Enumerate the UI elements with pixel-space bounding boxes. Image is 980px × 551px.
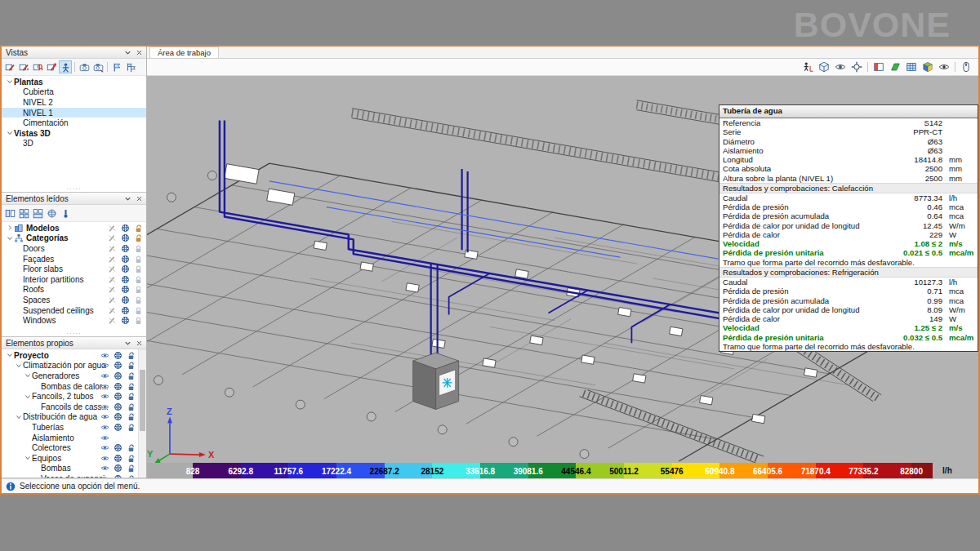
lock-open-navy-icon[interactable] [126, 412, 136, 422]
tree-row[interactable]: Floor slabs [2, 264, 146, 274]
tree-row[interactable]: Aislamiento [2, 433, 146, 443]
view-3d-icon[interactable] [59, 60, 72, 73]
tree-row[interactable]: Vistas 3D [2, 128, 146, 139]
chevron-down-icon[interactable] [122, 47, 133, 58]
lock-open-navy-icon[interactable] [126, 453, 136, 463]
lock-open-navy-icon[interactable] [126, 422, 136, 432]
camera-icon[interactable] [78, 60, 91, 73]
lock-open-navy-icon[interactable] [126, 473, 136, 478]
chevron-right-icon[interactable] [5, 224, 14, 233]
tree-row[interactable]: Spaces [2, 295, 146, 305]
gear-icon[interactable] [120, 264, 130, 274]
gear-icon[interactable] [113, 381, 122, 391]
no-edit-icon[interactable] [107, 233, 117, 243]
lock-light-icon[interactable] [133, 295, 143, 304]
sphere-icon[interactable] [45, 207, 58, 220]
no-edit-icon[interactable] [107, 316, 117, 326]
lock-light-icon[interactable] [133, 264, 143, 274]
tree-row[interactable]: Proyecto [2, 350, 146, 361]
lock-open-navy-icon[interactable] [126, 371, 136, 380]
close-icon[interactable] [133, 47, 145, 58]
lock-light-icon[interactable] [133, 243, 143, 253]
no-edit-icon[interactable] [107, 305, 117, 315]
gear-icon[interactable] [113, 443, 122, 453]
gear-icon[interactable] [113, 361, 122, 371]
panel-splitter[interactable]: ····· [66, 331, 81, 336]
lock-light-icon[interactable] [133, 274, 143, 284]
eye-icon[interactable] [100, 464, 109, 473]
tree-row[interactable]: Bombas [2, 464, 146, 474]
split-grid-icon[interactable] [17, 207, 30, 220]
viewport-3d[interactable]: Z X Y Tubería de agua ReferenciaS142Seri… [147, 76, 978, 463]
tree-row[interactable]: Cimentación [2, 118, 146, 128]
iso-cube-icon[interactable] [817, 60, 831, 74]
no-edit-icon[interactable] [107, 243, 117, 253]
lock-light-icon[interactable] [133, 254, 143, 264]
thermometer-icon[interactable] [59, 207, 72, 220]
chevron-down-icon[interactable] [14, 412, 23, 421]
lock-light-icon[interactable] [133, 285, 143, 295]
export-view-icon[interactable] [110, 60, 123, 73]
gear-icon[interactable] [120, 254, 130, 264]
lock-open-navy-icon[interactable] [126, 361, 136, 371]
chevron-down-icon[interactable] [23, 392, 32, 401]
gear-icon[interactable] [113, 473, 122, 478]
merge-grid-icon[interactable] [31, 207, 44, 220]
tree-row[interactable]: NIVEL 2 [2, 97, 146, 108]
eye-icon[interactable] [100, 392, 109, 402]
close-icon[interactable] [133, 193, 145, 204]
tree-row[interactable]: Fancoils, 2 tubos [2, 391, 146, 402]
panel-splitter[interactable]: ····· [66, 187, 81, 192]
gear-icon[interactable] [120, 233, 130, 243]
gear-icon[interactable] [113, 412, 122, 422]
edit-view-search-icon[interactable] [31, 60, 44, 73]
export-views-icon[interactable] [124, 60, 137, 73]
tree-row[interactable]: Categorías [2, 233, 146, 244]
tree-row[interactable]: Modelos [2, 223, 146, 233]
mouse-icon[interactable] [959, 60, 973, 74]
lock-open-navy-icon[interactable] [126, 350, 136, 360]
split-rows-icon[interactable] [3, 207, 16, 220]
section-plane-icon[interactable] [871, 60, 886, 74]
chevron-down-icon[interactable] [122, 338, 133, 349]
tree-row[interactable]: Colectores [2, 442, 146, 453]
work-plane-icon[interactable] [888, 60, 902, 74]
tree-row[interactable]: Cubierta [2, 87, 146, 98]
tree-row[interactable]: 3D [2, 139, 146, 149]
color-cube-icon[interactable] [920, 60, 935, 74]
eye-icon[interactable] [100, 412, 109, 422]
edit-view-icon[interactable] [3, 60, 16, 73]
lock-open-navy-icon[interactable] [126, 392, 136, 402]
gear-icon[interactable] [113, 422, 122, 432]
tree-row[interactable]: Equipos [2, 453, 146, 464]
chevron-down-icon[interactable] [23, 454, 32, 463]
gear-icon[interactable] [120, 274, 130, 284]
tab-area-de-trabajo[interactable]: Área de trabajo [149, 47, 219, 58]
eye-icon[interactable] [100, 350, 109, 360]
no-edit-icon[interactable] [107, 223, 117, 233]
chevron-down-icon[interactable] [5, 78, 14, 87]
chevron-down-icon[interactable] [23, 371, 32, 380]
no-edit-icon[interactable] [107, 285, 117, 295]
gear-icon[interactable] [113, 464, 122, 473]
chevron-down-icon[interactable] [122, 193, 133, 204]
chevron-down-icon[interactable] [14, 361, 23, 370]
tree-row[interactable]: Bombas de calor... [2, 381, 146, 392]
chevron-down-icon[interactable] [5, 351, 14, 360]
eye-icon[interactable] [100, 453, 109, 463]
eye-icon[interactable] [100, 371, 109, 380]
visual-style-icon[interactable] [833, 60, 848, 74]
lock-open-amber-icon[interactable] [133, 223, 143, 233]
gear-icon[interactable] [113, 350, 122, 360]
vertical-scrollbar[interactable] [138, 349, 146, 478]
tree-row[interactable]: Vasos de expansi... [2, 473, 146, 478]
tree-row[interactable]: Doors [2, 243, 146, 254]
close-icon[interactable] [133, 338, 145, 349]
no-edit-icon[interactable] [107, 264, 117, 274]
gear-icon[interactable] [120, 305, 130, 315]
gear-icon[interactable] [120, 295, 130, 304]
gear-icon[interactable] [113, 453, 122, 463]
edit-view-ref-icon[interactable] [45, 60, 58, 73]
lock-light-icon[interactable] [133, 316, 143, 326]
tree-row[interactable]: Roofs [2, 285, 146, 295]
